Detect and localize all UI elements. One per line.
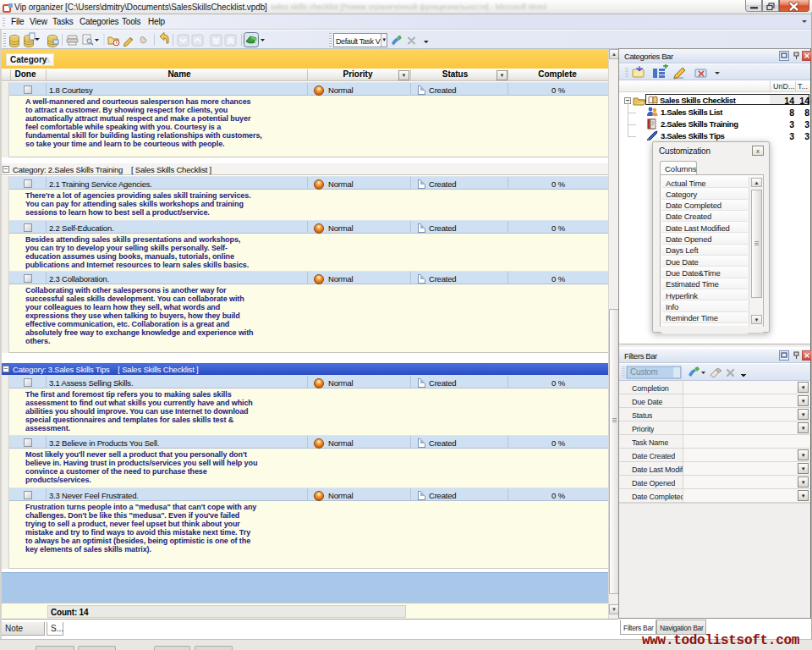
- svg-text:Custom: Custom: [630, 367, 658, 377]
